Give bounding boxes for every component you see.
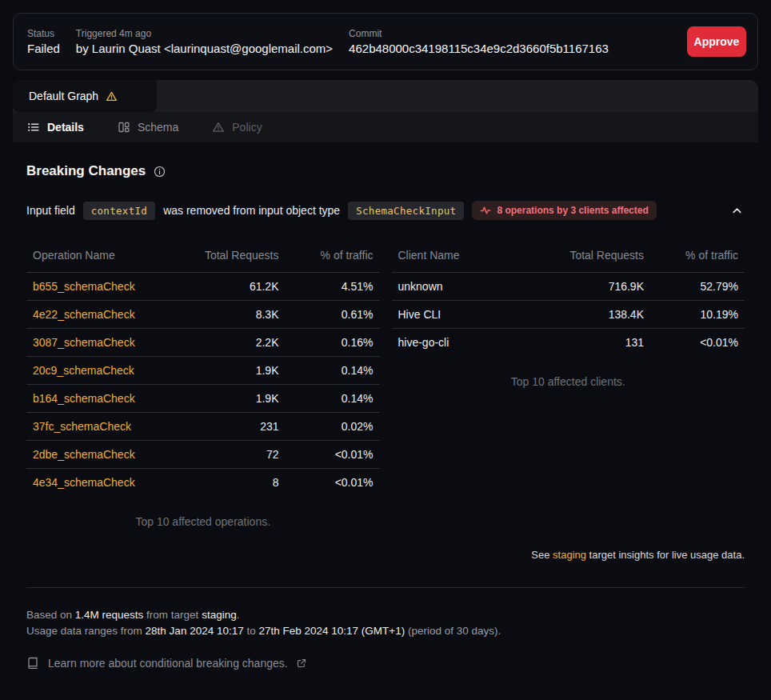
tab-details[interactable]: Details — [27, 121, 84, 134]
requests-cell: 72 — [191, 441, 286, 469]
table-header-row: Operation Name Total Requests % of traff… — [26, 242, 380, 273]
tab-policy-label: Policy — [232, 121, 262, 134]
based-on-prefix: Based on — [26, 609, 75, 621]
clients-table-caption: Top 10 affected clients. — [392, 375, 745, 388]
operation-link[interactable]: 37fc_schemaCheck — [33, 420, 131, 433]
traffic-cell: 10.19% — [650, 301, 745, 329]
operations-table-caption: Top 10 affected operations. — [26, 515, 380, 528]
list-icon — [27, 121, 40, 134]
warning-triangle-icon — [106, 90, 118, 102]
table-row: 2dbe_schemaCheck 72 <0.01% — [26, 441, 380, 469]
commit-label: Commit — [349, 28, 609, 39]
approve-button[interactable]: Approve — [687, 26, 746, 57]
breaking-change-description: Input field contextId was removed from i… — [26, 201, 657, 220]
book-icon — [26, 656, 39, 670]
column-total-requests: Total Requests — [556, 242, 650, 273]
requests-cell: 61.2K — [191, 273, 286, 301]
status-label: Status — [27, 28, 60, 39]
insights-note-suffix: target insights for live usage data. — [586, 549, 745, 561]
graph-tab-label: Default Graph — [29, 90, 98, 102]
traffic-cell: 52.79% — [650, 273, 745, 301]
breaking-changes-header: Breaking Changes — [26, 163, 745, 179]
requests-cell: 231 — [191, 413, 286, 441]
tab-schema-label: Schema — [138, 121, 178, 134]
type-code-pill: SchemaCheckInput — [348, 202, 464, 220]
requests-cell: 8 — [191, 469, 286, 497]
staging-target-link[interactable]: staging — [553, 549, 586, 561]
requests-cell: 8.3K — [191, 301, 286, 329]
operation-link[interactable]: 20c9_schemaCheck — [33, 364, 134, 377]
insights-note: See staging target insights for live usa… — [26, 549, 745, 561]
affected-badge-label: 8 operations by 3 clients affected — [497, 205, 648, 216]
table-row: unknown 716.9K 52.79% — [392, 273, 745, 301]
operation-link[interactable]: b164_schemaCheck — [33, 392, 135, 405]
request-count: 1.4M requests — [75, 609, 144, 621]
table-row: 20c9_schemaCheck 1.9K 0.14% — [26, 357, 380, 385]
traffic-cell: 0.14% — [286, 385, 380, 413]
traffic-cell: 0.14% — [286, 357, 380, 385]
table-row: 4e22_schemaCheck 8.3K 0.61% — [26, 301, 380, 329]
table-row: Hive CLI 138.4K 10.19% — [392, 301, 745, 329]
triggered-by: by Laurin Quast <laurinquast@googlemail.… — [76, 42, 333, 55]
operation-link[interactable]: 2dbe_schemaCheck — [33, 448, 135, 461]
chevron-up-icon[interactable] — [731, 205, 745, 217]
usage-footnote: Based on 1.4M requests from target stagi… — [26, 607, 745, 639]
column-total-requests: Total Requests — [191, 242, 286, 273]
learn-more-label: Learn more about conditional breaking ch… — [48, 657, 288, 670]
tab-default-graph[interactable]: Default Graph — [13, 80, 157, 112]
operation-link[interactable]: 4e34_schemaCheck — [33, 476, 135, 489]
info-icon[interactable] — [154, 166, 166, 178]
table-row: 3087_schemaCheck 2.2K 0.16% — [26, 329, 380, 357]
operation-link[interactable]: 4e22_schemaCheck — [33, 308, 135, 321]
footer-divider — [26, 587, 745, 588]
requests-cell: 716.9K — [556, 273, 650, 301]
triggered-column: Triggered 4m ago by Laurin Quast <laurin… — [76, 28, 333, 55]
schema-icon — [118, 121, 130, 134]
operations-table: Operation Name Total Requests % of traff… — [26, 242, 380, 496]
requests-cell: 2.2K — [191, 329, 286, 357]
clients-table: Client Name Total Requests % of traffic … — [392, 242, 745, 356]
alert-triangle-icon — [212, 121, 225, 134]
tab-policy[interactable]: Policy — [212, 121, 262, 134]
operation-link[interactable]: b655_schemaCheck — [33, 280, 135, 293]
column-traffic: % of traffic — [650, 242, 745, 273]
client-name-cell: Hive CLI — [392, 301, 557, 329]
range-mid: to — [244, 625, 259, 637]
affected-operations-badge: 8 operations by 3 clients affected — [472, 201, 656, 220]
table-row: 4e34_schemaCheck 8 <0.01% — [26, 469, 380, 497]
traffic-cell: <0.01% — [286, 441, 380, 469]
range-to-date: 27th Feb 2024 10:17 (GMT+1) — [258, 625, 405, 637]
client-name-cell: unknown — [392, 273, 557, 301]
pulse-icon — [480, 205, 491, 216]
traffic-cell: 0.61% — [286, 301, 380, 329]
requests-cell: 138.4K — [556, 301, 650, 329]
traffic-cell: <0.01% — [650, 329, 745, 357]
check-panel: Default Graph Details Schema Policy — [13, 80, 758, 670]
commit-column: Commit 462b48000c34198115c34e9c2d3660f5b… — [349, 28, 609, 55]
range-line: Usage data ranges from 28th Jan 2024 10:… — [26, 623, 745, 639]
range-suffix: (period of 30 days). — [405, 625, 501, 637]
usage-tables: Operation Name Total Requests % of traff… — [26, 242, 745, 528]
breaking-change-accordion-row[interactable]: Input field contextId was removed from i… — [26, 201, 745, 220]
based-on-suffix: . — [237, 609, 240, 621]
column-client-name: Client Name — [392, 242, 557, 273]
clients-table-container: Client Name Total Requests % of traffic … — [392, 242, 745, 528]
table-header-row: Client Name Total Requests % of traffic — [392, 242, 745, 273]
operations-table-container: Operation Name Total Requests % of traff… — [26, 242, 380, 528]
column-traffic: % of traffic — [286, 242, 380, 273]
external-link-icon — [297, 658, 306, 668]
learn-more-link[interactable]: Learn more about conditional breaking ch… — [26, 656, 306, 670]
traffic-cell: 4.51% — [286, 273, 380, 301]
field-code-pill: contextId — [83, 202, 155, 220]
table-row: 37fc_schemaCheck 231 0.02% — [26, 413, 380, 441]
operation-link[interactable]: 3087_schemaCheck — [33, 336, 135, 349]
range-prefix: Usage data ranges from — [26, 625, 146, 637]
tab-schema[interactable]: Schema — [118, 121, 178, 134]
status-value: Failed — [27, 42, 60, 55]
table-row: b164_schemaCheck 1.9K 0.14% — [26, 385, 380, 413]
based-on-line: Based on 1.4M requests from target stagi… — [26, 607, 745, 623]
traffic-cell: <0.01% — [286, 469, 380, 497]
target-name: staging — [202, 609, 237, 621]
tab-details-label: Details — [47, 121, 84, 134]
commit-hash: 462b48000c34198115c34e9c2d3660f5b1167163 — [349, 42, 609, 55]
